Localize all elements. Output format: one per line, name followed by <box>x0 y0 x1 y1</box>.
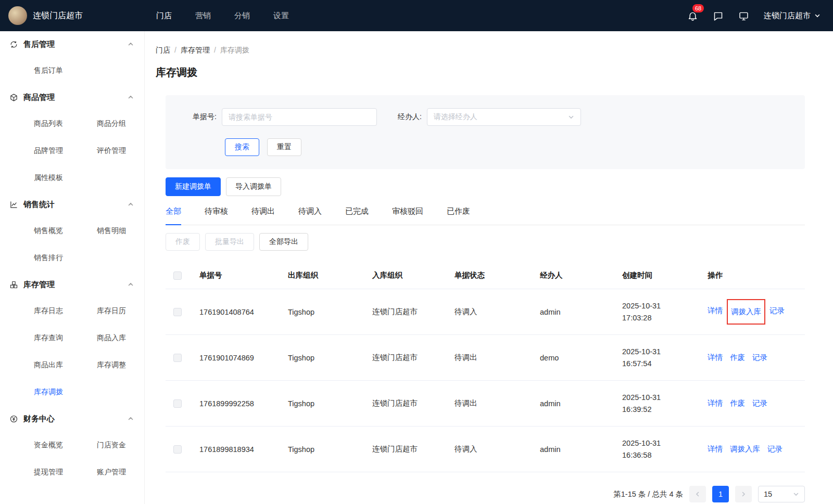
topnav-item-store[interactable]: 门店 <box>156 11 172 21</box>
chevron-up-icon <box>128 41 134 47</box>
sidebar-item-review-mgmt[interactable]: 评价管理 <box>97 146 144 156</box>
row-checkbox[interactable] <box>173 445 182 454</box>
transfer-table: 单据号 出库组织 入库组织 单据状态 经办人 创建时间 操作 176190140… <box>166 262 805 472</box>
detail-link[interactable]: 详情 <box>708 398 723 408</box>
prev-page-button[interactable] <box>689 486 706 502</box>
import-transfer-button[interactable]: 导入调拨单 <box>226 177 281 196</box>
topbar-right: 68 连锁门店超市 <box>687 10 833 21</box>
cell-in-org: 连锁门店超市 <box>372 307 455 317</box>
void-link[interactable]: 作废 <box>730 353 745 363</box>
sidebar-item-fund-overview[interactable]: 资金概览 <box>34 441 97 450</box>
breadcrumb-store[interactable]: 门店 <box>156 46 170 55</box>
tab-pending-in[interactable]: 待调入 <box>298 206 322 225</box>
cell-actions: 详情 调拨入库 记录 <box>708 444 805 454</box>
brand: 连锁门店超市 <box>0 6 145 25</box>
sidebar-section-product[interactable]: 商品管理 <box>0 84 144 110</box>
tab-completed[interactable]: 已完成 <box>345 206 369 225</box>
tab-pending-out[interactable]: 待调出 <box>251 206 275 225</box>
sidebar-item-stock-log[interactable]: 库存日志 <box>34 306 97 316</box>
breadcrumb-current: 库存调拨 <box>220 46 249 55</box>
record-link[interactable]: 记录 <box>752 398 767 408</box>
next-page-button[interactable] <box>735 486 752 502</box>
bell-icon[interactable]: 68 <box>687 10 698 21</box>
search-button[interactable]: 搜索 <box>225 138 259 156</box>
filter-row: 单据号: 经办人: 请选择经办人 <box>166 108 805 126</box>
new-transfer-button[interactable]: 新建调拨单 <box>166 177 221 196</box>
sidebar-section-finance[interactable]: 财务中心 <box>0 406 144 432</box>
sidebar-item-attr-template[interactable]: 属性模板 <box>34 173 97 183</box>
sidebar-section-aftersale[interactable]: 售后管理 <box>0 31 144 57</box>
cell-created: 2025-10-31 16:36:58 <box>622 437 708 461</box>
chevron-up-icon <box>128 281 134 288</box>
created-time: 16:36:58 <box>622 449 708 461</box>
sidebar-item-product-list[interactable]: 商品列表 <box>34 119 97 128</box>
record-link[interactable]: 记录 <box>767 444 782 454</box>
sidebar-item-stock-adjust[interactable]: 库存调整 <box>97 360 144 370</box>
brand-avatar[interactable] <box>8 6 27 25</box>
cell-out-org: Tigshop <box>288 354 372 362</box>
sidebar-item-product-group[interactable]: 商品分组 <box>97 119 144 128</box>
sidebar-section-label: 财务中心 <box>23 414 55 424</box>
sidebar-section-sales[interactable]: 销售统计 <box>0 191 144 217</box>
operator-select[interactable]: 请选择经办人 <box>427 108 581 126</box>
sidebar: 售后管理 售后订单 商品管理 商品列表 商品分组 品牌管理 评价管理 属性模板 … <box>0 31 145 504</box>
batch-export-button[interactable]: 批量导出 <box>205 233 254 251</box>
transfer-in-link[interactable]: 调拨入库 <box>730 444 760 454</box>
bulk-actions: 作废 批量导出 全部导出 <box>166 233 805 251</box>
sidebar-item-sales-overview[interactable]: 销售概览 <box>34 226 97 236</box>
void-link[interactable]: 作废 <box>730 398 745 408</box>
export-all-button[interactable]: 全部导出 <box>259 233 308 251</box>
tab-review-rejected[interactable]: 审核驳回 <box>392 206 423 225</box>
sidebar-item-brand-mgmt[interactable]: 品牌管理 <box>34 146 97 156</box>
sidebar-item-stock-query[interactable]: 库存查询 <box>34 333 97 343</box>
record-link[interactable]: 记录 <box>752 353 767 363</box>
sidebar-item-sales-detail[interactable]: 销售明细 <box>97 226 144 236</box>
topnav-item-settings[interactable]: 设置 <box>273 11 289 21</box>
tab-voided[interactable]: 已作废 <box>447 206 470 225</box>
sidebar-item-aftersale-orders[interactable]: 售后订单 <box>34 66 97 75</box>
topnav-item-marketing[interactable]: 营销 <box>195 11 211 21</box>
chevron-up-icon <box>128 201 134 208</box>
sidebar-item-store-funds[interactable]: 门店资金 <box>97 441 144 450</box>
sidebar-item-stock-out[interactable]: 商品出库 <box>34 360 97 370</box>
row-checkbox[interactable] <box>173 308 182 316</box>
product-icon <box>9 93 18 102</box>
cell-operator: admin <box>540 445 622 454</box>
record-link[interactable]: 记录 <box>769 306 785 318</box>
message-icon[interactable] <box>713 10 724 21</box>
tab-pending-review[interactable]: 待审核 <box>205 206 228 225</box>
order-no-input[interactable] <box>222 108 377 126</box>
sidebar-item-account-mgmt[interactable]: 账户管理 <box>97 468 144 477</box>
sidebar-item-stock-in[interactable]: 商品入库 <box>97 333 144 343</box>
cell-out-org: Tigshop <box>288 445 372 454</box>
sidebar-item-stock-transfer[interactable]: 库存调拨 <box>34 387 97 397</box>
sidebar-section-inventory[interactable]: 库存管理 <box>0 272 144 298</box>
user-menu[interactable]: 连锁门店超市 <box>764 11 821 21</box>
sidebar-item-withdraw-mgmt[interactable]: 提现管理 <box>34 468 97 477</box>
current-page-button[interactable]: 1 <box>712 486 729 502</box>
pagination: 第1-15 条 / 总共 4 条 1 15 <box>166 486 805 502</box>
sidebar-section-label: 库存管理 <box>23 280 55 290</box>
transfer-in-link[interactable]: 调拨入库 <box>731 307 761 316</box>
sales-icon <box>9 200 18 209</box>
tab-all[interactable]: 全部 <box>166 206 181 225</box>
cell-status: 待调出 <box>455 398 540 408</box>
topnav-item-distribution[interactable]: 分销 <box>234 11 250 21</box>
col-order-no: 单据号 <box>199 270 288 280</box>
chevron-down-icon <box>814 12 821 19</box>
workbench-icon[interactable] <box>738 10 749 21</box>
brand-name: 连锁门店超市 <box>33 10 83 21</box>
cell-created: 2025-10-31 16:57:54 <box>622 346 708 369</box>
sidebar-item-sales-ranking[interactable]: 销售排行 <box>34 253 97 263</box>
detail-link[interactable]: 详情 <box>708 444 723 454</box>
detail-link[interactable]: 详情 <box>708 353 723 363</box>
page-size-select[interactable]: 15 <box>758 486 805 502</box>
reset-button[interactable]: 重置 <box>267 138 301 156</box>
select-all-checkbox[interactable] <box>173 272 182 280</box>
detail-link[interactable]: 详情 <box>708 306 723 318</box>
sidebar-item-stock-calendar[interactable]: 库存日历 <box>97 306 144 316</box>
row-checkbox[interactable] <box>173 354 182 362</box>
void-button[interactable]: 作废 <box>166 233 200 251</box>
row-checkbox[interactable] <box>173 399 182 408</box>
breadcrumb-inventory[interactable]: 库存管理 <box>181 46 210 55</box>
